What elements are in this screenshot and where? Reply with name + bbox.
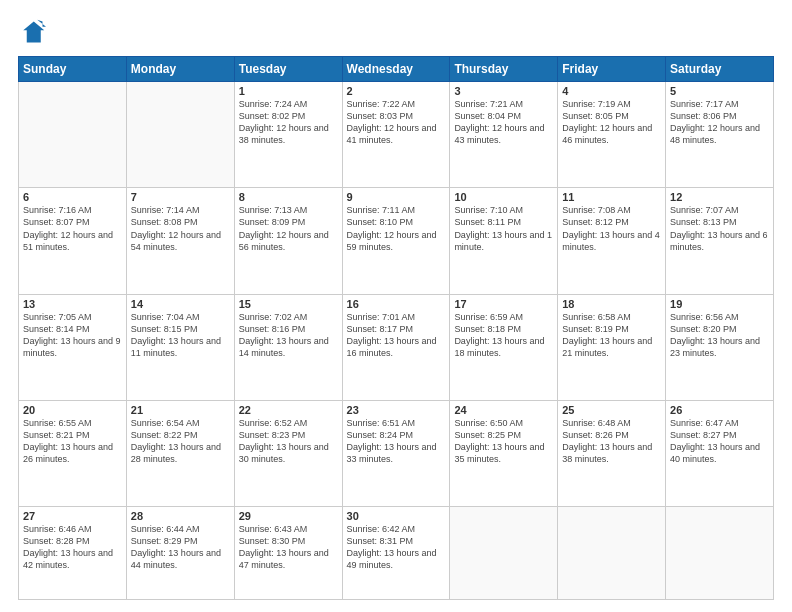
day-number: 5 <box>670 85 769 97</box>
day-number: 29 <box>239 510 338 522</box>
col-header-thursday: Thursday <box>450 57 558 82</box>
day-number: 13 <box>23 298 122 310</box>
calendar-cell <box>666 507 774 600</box>
day-info: Sunrise: 6:42 AM Sunset: 8:31 PM Dayligh… <box>347 523 446 572</box>
calendar-cell: 3Sunrise: 7:21 AM Sunset: 8:04 PM Daylig… <box>450 82 558 188</box>
day-number: 22 <box>239 404 338 416</box>
calendar-cell: 6Sunrise: 7:16 AM Sunset: 8:07 PM Daylig… <box>19 188 127 294</box>
day-info: Sunrise: 7:11 AM Sunset: 8:10 PM Dayligh… <box>347 204 446 253</box>
day-number: 25 <box>562 404 661 416</box>
day-info: Sunrise: 7:10 AM Sunset: 8:11 PM Dayligh… <box>454 204 553 253</box>
calendar-cell: 19Sunrise: 6:56 AM Sunset: 8:20 PM Dayli… <box>666 294 774 400</box>
day-info: Sunrise: 7:24 AM Sunset: 8:02 PM Dayligh… <box>239 98 338 147</box>
calendar-cell: 1Sunrise: 7:24 AM Sunset: 8:02 PM Daylig… <box>234 82 342 188</box>
calendar-cell: 30Sunrise: 6:42 AM Sunset: 8:31 PM Dayli… <box>342 507 450 600</box>
calendar-cell: 15Sunrise: 7:02 AM Sunset: 8:16 PM Dayli… <box>234 294 342 400</box>
logo <box>18 18 50 46</box>
day-info: Sunrise: 6:50 AM Sunset: 8:25 PM Dayligh… <box>454 417 553 466</box>
day-number: 4 <box>562 85 661 97</box>
day-info: Sunrise: 6:56 AM Sunset: 8:20 PM Dayligh… <box>670 311 769 360</box>
day-number: 1 <box>239 85 338 97</box>
day-info: Sunrise: 7:21 AM Sunset: 8:04 PM Dayligh… <box>454 98 553 147</box>
day-number: 11 <box>562 191 661 203</box>
calendar-cell: 11Sunrise: 7:08 AM Sunset: 8:12 PM Dayli… <box>558 188 666 294</box>
day-number: 6 <box>23 191 122 203</box>
calendar-cell: 21Sunrise: 6:54 AM Sunset: 8:22 PM Dayli… <box>126 400 234 506</box>
day-number: 23 <box>347 404 446 416</box>
day-info: Sunrise: 6:47 AM Sunset: 8:27 PM Dayligh… <box>670 417 769 466</box>
week-row-2: 13Sunrise: 7:05 AM Sunset: 8:14 PM Dayli… <box>19 294 774 400</box>
logo-icon <box>18 18 46 46</box>
day-info: Sunrise: 6:54 AM Sunset: 8:22 PM Dayligh… <box>131 417 230 466</box>
day-number: 2 <box>347 85 446 97</box>
calendar-cell: 8Sunrise: 7:13 AM Sunset: 8:09 PM Daylig… <box>234 188 342 294</box>
day-number: 15 <box>239 298 338 310</box>
calendar-table: SundayMondayTuesdayWednesdayThursdayFrid… <box>18 56 774 600</box>
calendar-cell <box>126 82 234 188</box>
day-number: 10 <box>454 191 553 203</box>
calendar-cell: 22Sunrise: 6:52 AM Sunset: 8:23 PM Dayli… <box>234 400 342 506</box>
col-header-wednesday: Wednesday <box>342 57 450 82</box>
calendar-cell: 29Sunrise: 6:43 AM Sunset: 8:30 PM Dayli… <box>234 507 342 600</box>
header <box>18 18 774 46</box>
day-info: Sunrise: 6:55 AM Sunset: 8:21 PM Dayligh… <box>23 417 122 466</box>
day-info: Sunrise: 6:44 AM Sunset: 8:29 PM Dayligh… <box>131 523 230 572</box>
calendar-cell: 13Sunrise: 7:05 AM Sunset: 8:14 PM Dayli… <box>19 294 127 400</box>
day-info: Sunrise: 7:05 AM Sunset: 8:14 PM Dayligh… <box>23 311 122 360</box>
week-row-4: 27Sunrise: 6:46 AM Sunset: 8:28 PM Dayli… <box>19 507 774 600</box>
col-header-tuesday: Tuesday <box>234 57 342 82</box>
col-header-monday: Monday <box>126 57 234 82</box>
calendar-cell: 10Sunrise: 7:10 AM Sunset: 8:11 PM Dayli… <box>450 188 558 294</box>
day-number: 17 <box>454 298 553 310</box>
day-info: Sunrise: 7:22 AM Sunset: 8:03 PM Dayligh… <box>347 98 446 147</box>
day-info: Sunrise: 7:13 AM Sunset: 8:09 PM Dayligh… <box>239 204 338 253</box>
day-number: 19 <box>670 298 769 310</box>
calendar-cell: 28Sunrise: 6:44 AM Sunset: 8:29 PM Dayli… <box>126 507 234 600</box>
calendar-cell <box>19 82 127 188</box>
calendar-cell: 25Sunrise: 6:48 AM Sunset: 8:26 PM Dayli… <box>558 400 666 506</box>
day-info: Sunrise: 7:14 AM Sunset: 8:08 PM Dayligh… <box>131 204 230 253</box>
day-number: 27 <box>23 510 122 522</box>
calendar-cell: 17Sunrise: 6:59 AM Sunset: 8:18 PM Dayli… <box>450 294 558 400</box>
day-number: 30 <box>347 510 446 522</box>
day-number: 7 <box>131 191 230 203</box>
day-info: Sunrise: 7:01 AM Sunset: 8:17 PM Dayligh… <box>347 311 446 360</box>
day-number: 9 <box>347 191 446 203</box>
day-number: 8 <box>239 191 338 203</box>
calendar-cell <box>558 507 666 600</box>
calendar-cell: 2Sunrise: 7:22 AM Sunset: 8:03 PM Daylig… <box>342 82 450 188</box>
calendar-cell: 7Sunrise: 7:14 AM Sunset: 8:08 PM Daylig… <box>126 188 234 294</box>
calendar-cell: 4Sunrise: 7:19 AM Sunset: 8:05 PM Daylig… <box>558 82 666 188</box>
svg-marker-0 <box>23 22 44 43</box>
day-info: Sunrise: 6:48 AM Sunset: 8:26 PM Dayligh… <box>562 417 661 466</box>
day-info: Sunrise: 6:51 AM Sunset: 8:24 PM Dayligh… <box>347 417 446 466</box>
calendar-cell: 5Sunrise: 7:17 AM Sunset: 8:06 PM Daylig… <box>666 82 774 188</box>
calendar-cell: 16Sunrise: 7:01 AM Sunset: 8:17 PM Dayli… <box>342 294 450 400</box>
day-info: Sunrise: 7:17 AM Sunset: 8:06 PM Dayligh… <box>670 98 769 147</box>
day-number: 28 <box>131 510 230 522</box>
day-number: 21 <box>131 404 230 416</box>
week-row-3: 20Sunrise: 6:55 AM Sunset: 8:21 PM Dayli… <box>19 400 774 506</box>
col-header-saturday: Saturday <box>666 57 774 82</box>
day-info: Sunrise: 6:52 AM Sunset: 8:23 PM Dayligh… <box>239 417 338 466</box>
day-number: 16 <box>347 298 446 310</box>
calendar-cell: 27Sunrise: 6:46 AM Sunset: 8:28 PM Dayli… <box>19 507 127 600</box>
calendar-cell: 23Sunrise: 6:51 AM Sunset: 8:24 PM Dayli… <box>342 400 450 506</box>
week-row-0: 1Sunrise: 7:24 AM Sunset: 8:02 PM Daylig… <box>19 82 774 188</box>
day-info: Sunrise: 7:04 AM Sunset: 8:15 PM Dayligh… <box>131 311 230 360</box>
day-info: Sunrise: 6:46 AM Sunset: 8:28 PM Dayligh… <box>23 523 122 572</box>
day-info: Sunrise: 7:02 AM Sunset: 8:16 PM Dayligh… <box>239 311 338 360</box>
day-info: Sunrise: 6:43 AM Sunset: 8:30 PM Dayligh… <box>239 523 338 572</box>
day-number: 20 <box>23 404 122 416</box>
day-info: Sunrise: 7:19 AM Sunset: 8:05 PM Dayligh… <box>562 98 661 147</box>
col-header-friday: Friday <box>558 57 666 82</box>
day-number: 3 <box>454 85 553 97</box>
calendar-header-row: SundayMondayTuesdayWednesdayThursdayFrid… <box>19 57 774 82</box>
day-info: Sunrise: 6:59 AM Sunset: 8:18 PM Dayligh… <box>454 311 553 360</box>
day-info: Sunrise: 6:58 AM Sunset: 8:19 PM Dayligh… <box>562 311 661 360</box>
calendar-cell: 24Sunrise: 6:50 AM Sunset: 8:25 PM Dayli… <box>450 400 558 506</box>
day-info: Sunrise: 7:07 AM Sunset: 8:13 PM Dayligh… <box>670 204 769 253</box>
day-number: 12 <box>670 191 769 203</box>
day-info: Sunrise: 7:16 AM Sunset: 8:07 PM Dayligh… <box>23 204 122 253</box>
day-number: 24 <box>454 404 553 416</box>
